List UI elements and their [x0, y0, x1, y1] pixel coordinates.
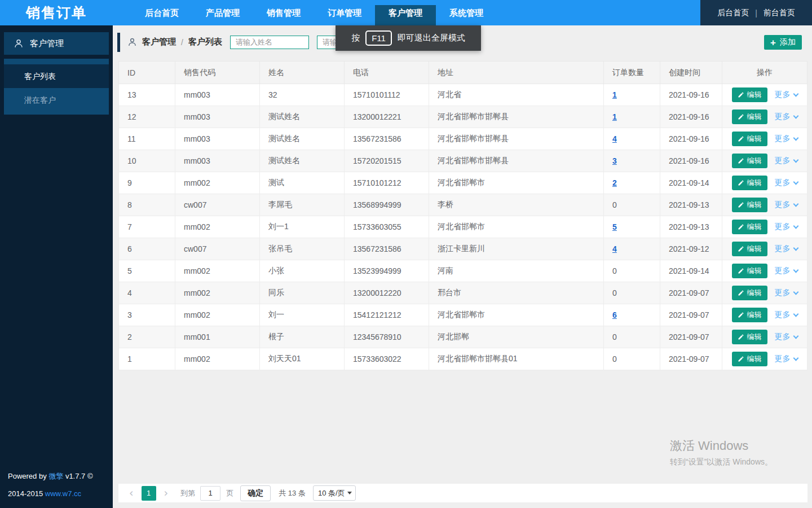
edit-button[interactable]: 编辑 — [732, 87, 767, 102]
pencil-icon — [738, 356, 744, 362]
confirm-page-button[interactable]: 确定 — [240, 485, 271, 501]
table-row: 2mm001根子12345678910河北邯郸02021-09-07编辑更多 — [119, 326, 807, 348]
header-actions: 操作 — [722, 62, 807, 84]
pencil-icon — [738, 91, 744, 98]
edit-button[interactable]: 编辑 — [732, 110, 767, 124]
nav-item-link[interactable]: 订单管理 — [314, 0, 375, 25]
cell-address: 河北省邯郸市邯郸县01 — [429, 348, 604, 370]
nav-item-link[interactable]: 产品管理 — [192, 0, 253, 25]
more-dropdown[interactable]: 更多 — [775, 200, 798, 210]
more-dropdown[interactable]: 更多 — [775, 112, 798, 122]
cell-id: 3 — [119, 304, 175, 326]
order-count-link[interactable]: 2 — [612, 178, 617, 187]
cell-sales-code: mm003 — [175, 128, 260, 150]
cell-created: 2021-09-14 — [660, 172, 722, 194]
pencil-icon — [738, 246, 744, 252]
goto-page-input[interactable] — [200, 486, 220, 501]
header-id: ID — [119, 62, 175, 84]
cell-phone: 15733603055 — [345, 216, 429, 238]
nav-item-link[interactable]: 后台首页 — [131, 0, 192, 25]
order-count-link[interactable]: 5 — [612, 222, 617, 231]
more-dropdown[interactable]: 更多 — [775, 310, 798, 320]
edit-button[interactable]: 编辑 — [732, 198, 767, 212]
goto-page-label: 到第 — [180, 488, 195, 498]
edit-button[interactable]: 编辑 — [732, 308, 767, 322]
page-size-select-wrap: 10 条/页 — [313, 485, 356, 501]
add-button[interactable]: + 添加 — [764, 35, 802, 50]
next-page-button[interactable]: › — [160, 488, 173, 498]
pencil-icon — [738, 179, 744, 186]
sidebar-item-customer-list[interactable]: 客户列表 — [4, 64, 109, 88]
more-dropdown[interactable]: 更多 — [775, 332, 798, 342]
order-count-link[interactable]: 1 — [612, 112, 617, 121]
edit-button[interactable]: 编辑 — [732, 330, 767, 344]
order-count-link[interactable]: 1 — [612, 90, 617, 99]
chevron-down-icon — [793, 113, 798, 119]
cell-address: 浙江卡里新川 — [429, 238, 604, 260]
chevron-down-icon — [793, 245, 798, 251]
cell-id: 11 — [119, 128, 175, 150]
nav-item-link[interactable]: 销售管理 — [253, 0, 314, 25]
chevron-down-icon — [793, 223, 798, 229]
cell-sales-code: mm002 — [175, 348, 260, 370]
edit-button[interactable]: 编辑 — [732, 154, 767, 168]
nav-item-link[interactable]: 系统管理 — [436, 0, 497, 25]
app-logo: 销售订单 — [0, 0, 113, 25]
more-dropdown[interactable]: 更多 — [775, 134, 798, 144]
more-dropdown[interactable]: 更多 — [775, 288, 798, 298]
edit-button[interactable]: 编辑 — [732, 264, 767, 278]
w7cc-link[interactable]: www.w7.cc — [45, 489, 81, 498]
table-row: 13mm0033215710101112河北省12021-09-16编辑更多 — [119, 84, 807, 106]
page-size-select[interactable]: 10 条/页 — [313, 485, 356, 501]
cell-name: 同乐 — [260, 282, 345, 304]
edit-button[interactable]: 编辑 — [732, 352, 767, 366]
header-phone: 电话 — [345, 62, 429, 84]
name-search-input[interactable] — [230, 36, 309, 49]
cell-phone: 13200012220 — [345, 282, 429, 304]
cell-actions: 编辑更多 — [722, 128, 807, 150]
more-dropdown[interactable]: 更多 — [775, 90, 798, 100]
more-dropdown[interactable]: 更多 — [775, 354, 798, 364]
tip-prefix: 按 — [351, 33, 360, 43]
more-dropdown[interactable]: 更多 — [775, 244, 798, 254]
order-count-link[interactable]: 4 — [612, 244, 617, 253]
sidebar-section-customer-management[interactable]: 客户管理 — [4, 32, 109, 55]
cell-sales-code: mm002 — [175, 282, 260, 304]
pencil-icon — [738, 290, 744, 296]
cell-address: 河北省邯郸市邯郸县 — [429, 128, 604, 150]
cell-created: 2021-09-07 — [660, 304, 722, 326]
prev-page-button[interactable]: ‹ — [125, 488, 138, 498]
edit-button[interactable]: 编辑 — [732, 242, 767, 256]
order-count-link[interactable]: 4 — [612, 134, 617, 143]
powered-by-line: Powered by 微擎 v1.7.7 © — [8, 467, 92, 485]
more-dropdown[interactable]: 更多 — [775, 266, 798, 276]
sidebar-item-potential-customers[interactable]: 潜在客户 — [4, 88, 109, 112]
cell-created: 2021-09-12 — [660, 238, 722, 260]
weiqing-link[interactable]: 微擎 — [48, 472, 63, 480]
cell-actions: 编辑更多 — [722, 238, 807, 260]
edit-button[interactable]: 编辑 — [732, 220, 767, 234]
edit-button[interactable]: 编辑 — [732, 176, 767, 190]
more-dropdown[interactable]: 更多 — [775, 156, 798, 166]
edit-button[interactable]: 编辑 — [732, 286, 767, 300]
edit-button[interactable]: 编辑 — [732, 132, 767, 146]
more-dropdown[interactable]: 更多 — [775, 222, 798, 232]
cell-sales-code: mm002 — [175, 304, 260, 326]
frontend-home-link[interactable]: 前台首页 — [764, 8, 795, 18]
more-dropdown[interactable]: 更多 — [775, 178, 798, 188]
cell-id: 5 — [119, 260, 175, 282]
chevron-down-icon — [793, 311, 798, 317]
order-count-link[interactable]: 3 — [612, 156, 617, 165]
nav-item-active[interactable]: 客户管理 — [375, 0, 436, 25]
breadcrumb-parent[interactable]: 客户管理 — [142, 37, 176, 47]
breadcrumb-separator: / — [181, 38, 183, 47]
cell-name: 测试姓名 — [260, 106, 345, 128]
cell-actions: 编辑更多 — [722, 106, 807, 128]
current-page-button[interactable]: 1 — [142, 486, 156, 501]
cell-created: 2021-09-16 — [660, 128, 722, 150]
cell-address: 河北省邯郸市 — [429, 304, 604, 326]
cell-created: 2021-09-16 — [660, 106, 722, 128]
backend-home-link[interactable]: 后台首页 — [717, 8, 749, 18]
order-count-link[interactable]: 6 — [612, 310, 617, 319]
cell-name: 刘一 — [260, 304, 345, 326]
